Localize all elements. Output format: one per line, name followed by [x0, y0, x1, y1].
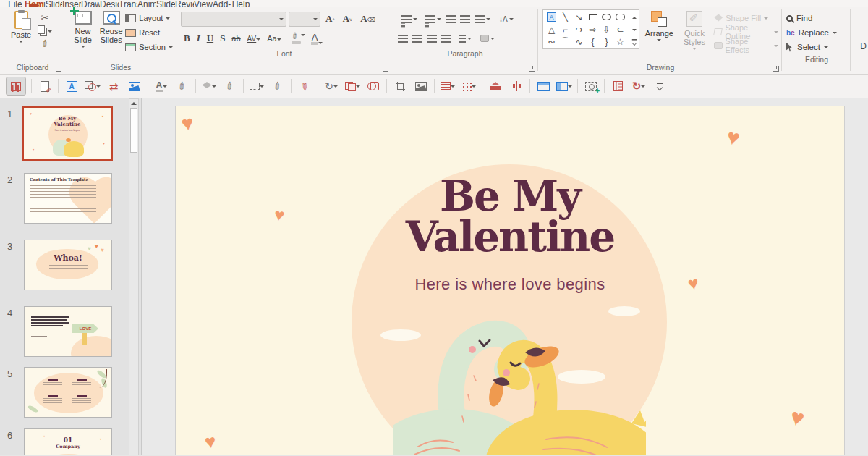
clear-formatting-button[interactable]: A⌫ [357, 12, 378, 25]
clipboard-dialog-launcher[interactable] [56, 66, 61, 72]
tab-draw[interactable]: Draw [81, 0, 100, 7]
smart-align-button[interactable] [509, 78, 524, 94]
align-center-button[interactable] [410, 33, 425, 45]
thumbnail-slide-1[interactable]: Be MyValentine Here is where love begins [22, 106, 113, 161]
shape-right-arrow[interactable]: ⇨ [586, 23, 600, 35]
italic-button[interactable]: I [194, 32, 203, 45]
shape-down-arrow[interactable]: ⇩ [600, 23, 613, 35]
numbering-button[interactable] [420, 13, 443, 25]
shape-right-brace[interactable]: } [600, 35, 613, 48]
font-color-button[interactable]: A [311, 33, 323, 45]
combine-shapes-button[interactable] [365, 78, 381, 94]
layers-button[interactable] [488, 78, 503, 94]
shape-arrow[interactable]: ↘ [572, 11, 586, 23]
insert-shape-button[interactable] [85, 78, 101, 94]
smartart-button[interactable] [478, 33, 497, 44]
shape-curve[interactable]: ∿ [572, 35, 586, 48]
slide-layout-button[interactable] [6, 77, 26, 96]
tab-design[interactable]: Design [100, 0, 119, 7]
insert-picture-button[interactable] [127, 78, 142, 94]
underline-button[interactable]: U [204, 32, 216, 45]
thumbnail-slide-4[interactable]: LOVE [24, 306, 112, 357]
swap-shape-button[interactable]: ⇄ [106, 78, 122, 94]
justify-button[interactable] [439, 33, 454, 45]
gallery-more-button[interactable] [629, 35, 639, 48]
grow-font-button[interactable]: A^ [323, 12, 338, 25]
tab-help[interactable]: Help [231, 0, 250, 7]
replace-button[interactable]: bc Replace [786, 25, 847, 40]
fill-picker-button[interactable] [222, 78, 238, 94]
copy-icon[interactable] [38, 25, 45, 34]
scrollbar-up-button[interactable] [129, 99, 138, 108]
notes-library-button[interactable] [610, 78, 626, 94]
new-slide-button[interactable]: New Slide [69, 9, 97, 48]
columns-button[interactable] [457, 33, 474, 45]
font-dialog-launcher[interactable] [383, 66, 388, 72]
eyedropper-button[interactable] [297, 78, 312, 94]
line-spacing-button[interactable] [472, 13, 493, 25]
shapes-gallery-scroll[interactable] [629, 9, 639, 49]
designer-button-partial[interactable]: D [860, 41, 867, 51]
gallery-up-button[interactable] [629, 10, 639, 23]
text-box-button[interactable]: A [64, 78, 80, 94]
shape-left-brace[interactable]: { [586, 35, 600, 48]
shape-line[interactable]: ╲ [558, 11, 572, 23]
color-library-button[interactable] [440, 78, 456, 94]
tab-home[interactable]: Home [25, 0, 43, 7]
slide-subtitle[interactable]: Here is where love begins [176, 275, 844, 294]
crop-button[interactable] [392, 78, 408, 94]
slide-size-button[interactable] [556, 78, 572, 94]
thumbnail-slide-2[interactable]: Contents of This Template [24, 173, 112, 224]
thumbnail-slide-3[interactable]: Whoa! [24, 240, 112, 290]
toolbar-overflow-button[interactable] [652, 78, 668, 94]
theme-layout-button[interactable] [535, 78, 551, 94]
shape-elbow-arrow[interactable]: ↪ [572, 23, 586, 35]
bullets-button[interactable] [396, 13, 420, 25]
decrease-indent-button[interactable] [443, 13, 458, 25]
strikethrough-button[interactable]: ab [229, 33, 243, 43]
outline-picker-button[interactable] [270, 78, 286, 94]
font-color-picker-button[interactable] [174, 78, 190, 94]
export-document-button[interactable] [37, 78, 53, 94]
arrange-button[interactable]: Arrange [644, 9, 675, 42]
paragraph-dialog-launcher[interactable] [529, 66, 535, 72]
thumbnail-slide-6[interactable]: 01 Company [24, 428, 112, 455]
shapes-gallery[interactable]: A ╲ ↘ △ ⌐ ↪ ⇨ ⇩ ⊂ ∾ ⌒ ∿ { } [542, 9, 629, 49]
copy-format-button[interactable] [344, 78, 360, 94]
outline-color-button[interactable] [249, 78, 265, 94]
format-painter-icon[interactable] [38, 38, 52, 49]
drawing-dialog-launcher[interactable] [773, 66, 779, 72]
shrink-font-button[interactable]: A˅ [340, 12, 355, 25]
quick-styles-button[interactable]: Quick Styles [679, 9, 710, 51]
tab-review[interactable]: Review [175, 0, 194, 7]
gallery-down-button[interactable] [629, 23, 639, 36]
shape-partial-circle[interactable]: ⊂ [613, 23, 627, 35]
shape-star[interactable]: ☆ [613, 35, 627, 48]
shape-rectangle[interactable] [586, 11, 600, 23]
tab-file[interactable]: File [6, 0, 25, 7]
smart-grid-button[interactable] [461, 78, 477, 94]
highlight-color-button[interactable] [292, 33, 305, 44]
refresh-button[interactable]: ↻ [631, 78, 647, 94]
shape-rounded-rectangle[interactable] [613, 11, 627, 23]
fill-color-button[interactable] [201, 78, 217, 94]
layout-button[interactable]: Layout [125, 11, 173, 25]
screenshot-button[interactable] [583, 78, 599, 94]
scrollbar-thumb[interactable] [130, 108, 137, 153]
font-color-button-2[interactable]: A [153, 78, 169, 94]
shape-textbox[interactable]: A [545, 11, 558, 23]
change-case-button[interactable]: Aa [264, 33, 284, 43]
shadow-button[interactable]: S [217, 32, 228, 45]
tab-islide[interactable]: iSlide [43, 0, 62, 7]
shape-triangle[interactable]: △ [545, 23, 558, 35]
tab-view[interactable]: View [194, 0, 213, 7]
character-spacing-button[interactable]: AV [244, 34, 264, 43]
section-button[interactable]: Section [125, 40, 173, 54]
shape-arc[interactable]: ⌒ [558, 35, 572, 48]
thumbnail-slide-5[interactable] [24, 367, 112, 418]
reset-button[interactable]: Reset [125, 25, 173, 40]
tab-transitions[interactable]: Transitions [119, 0, 137, 7]
slide-canvas[interactable]: Be My Valentine Here is where love begin… [142, 98, 868, 455]
match-color-button[interactable]: ↻ [323, 78, 339, 94]
select-button[interactable]: Select [786, 40, 847, 54]
